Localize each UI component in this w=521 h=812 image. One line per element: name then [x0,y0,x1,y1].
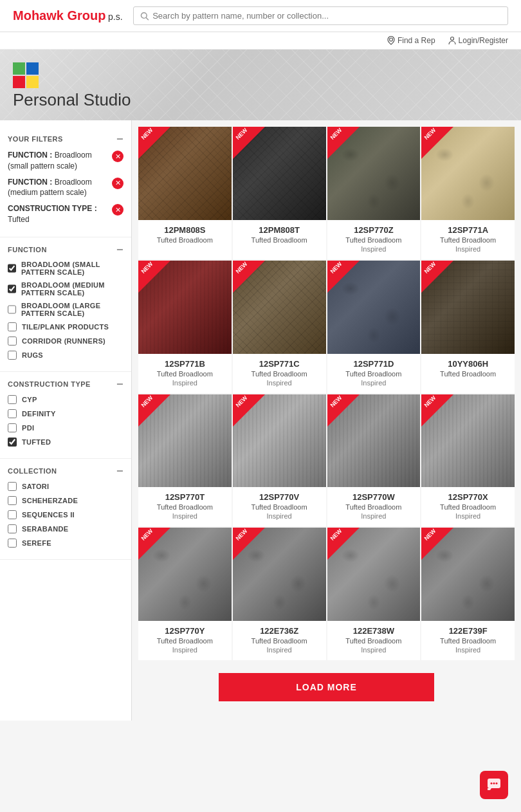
product-card[interactable]: NEW 12SP770V Tufted Broadloom Inspired [233,394,326,527]
product-info: 12SP770Y Tufted Broadloom Inspired [138,621,232,660]
product-code: 12SP770W [331,492,417,502]
product-collection: Inspired [331,245,417,253]
filter-tile-plank[interactable]: TILE/PLANK PRODUCTS [8,322,123,331]
top-nav: Find a Rep Login/Register [0,32,521,50]
remove-filter-function-small[interactable]: ✕ [112,151,123,162]
filter-scheherzade[interactable]: SCHEHERZADE [8,496,123,505]
function-header[interactable]: FUNCTION − [8,244,123,255]
filter-satori[interactable]: SATORI [8,482,123,491]
product-collection: Inspired [142,379,228,387]
find-rep-link[interactable]: Find a Rep [387,36,435,45]
load-more-button[interactable]: LOAD MORE [219,673,434,701]
product-collection: Inspired [331,379,417,387]
product-image-wrapper: NEW [421,127,515,220]
product-card[interactable]: NEW 12SP771C Tufted Broadloom Inspired [233,261,326,393]
product-info: 12SP771D Tufted Broadloom Inspired [327,354,421,393]
product-image-wrapper: NEW [327,394,421,488]
filter-tufted[interactable]: TUFTED [8,438,123,447]
collapse-your-filters-icon[interactable]: − [116,133,123,145]
product-card[interactable]: NEW 12SP770X Tufted Broadloom Inspired [421,394,515,527]
product-card[interactable]: NEW 10YY806H Tufted Broadloom [421,261,515,393]
product-card[interactable]: NEW 122E738W Tufted Broadloom Inspired [327,528,421,660]
logo[interactable]: Mohawk Group p.s. [13,8,123,23]
new-ribbon [233,394,265,427]
page-header: Mohawk Group p.s. [0,0,521,32]
product-image-wrapper: NEW [233,127,326,220]
product-card[interactable]: NEW 12SP770W Tufted Broadloom Inspired [327,394,421,527]
product-image-wrapper: NEW [138,127,232,220]
filter-rugs[interactable]: RUGS [8,351,123,360]
product-card[interactable]: NEW 12SP770T Tufted Broadloom Inspired [138,394,232,527]
new-ribbon [138,127,170,159]
search-bar[interactable] [133,6,508,25]
filter-serefe[interactable]: SEREFE [8,539,123,548]
svg-point-3 [450,37,453,41]
product-card[interactable]: NEW 12PM808S Tufted Broadloom [138,127,232,259]
remove-filter-function-medium[interactable]: ✕ [112,178,123,189]
collapse-collection-icon[interactable]: − [116,465,123,477]
filter-cyp[interactable]: CYP [8,395,123,404]
product-code: 122E736Z [237,626,322,636]
product-type: Tufted Broadloom [331,236,417,244]
product-code: 12SP770Z [331,225,417,235]
product-card[interactable]: NEW 122E739F Tufted Broadloom Inspired [421,528,515,660]
filter-corridor-runners[interactable]: CORRIDOR (RUNNERS) [8,337,123,346]
product-card[interactable]: NEW 12SP770Y Tufted Broadloom Inspired [138,528,232,660]
your-filters-header[interactable]: YOUR FILTERS − [8,133,123,145]
new-ribbon [327,528,360,560]
logo-suffix: p.s. [108,12,123,22]
collection-header[interactable]: COLLECTION − [8,465,123,477]
product-card[interactable]: NEW 12SP771B Tufted Broadloom Inspired [138,261,232,393]
product-code: 12PM808S [142,225,228,235]
filter-serabande[interactable]: SERABANDE [8,524,123,533]
filter-broadloom-large[interactable]: BROADLOOM (LARGE PATTERN SCALE) [8,302,123,317]
active-filter-function-medium: FUNCTION : Broadloom (medium pattern sca… [8,177,123,199]
product-type: Tufted Broadloom [142,370,228,378]
product-code: 12SP770X [425,492,511,502]
product-type: Tufted Broadloom [331,503,417,511]
remove-filter-construction-tufted[interactable]: ✕ [112,204,123,216]
product-collection: Inspired [142,646,228,654]
product-card[interactable]: NEW 12PM808T Tufted Broadloom [233,127,326,259]
filter-broadloom-medium[interactable]: BROADLOOM (MEDIUM PATTERN SCALE) [8,281,123,297]
product-image-wrapper: NEW [327,528,421,621]
location-icon [387,36,395,45]
product-collection: Inspired [425,512,511,520]
product-collection: Inspired [237,512,322,520]
product-card[interactable]: NEW 12SP771D Tufted Broadloom Inspired [327,261,421,393]
main-layout: YOUR FILTERS − FUNCTION : Broadloom (sma… [0,120,521,721]
product-code: 12SP770Y [142,626,228,636]
filter-definity[interactable]: DEFINITY [8,409,123,418]
product-code: 12SP771D [331,359,417,369]
new-ribbon [233,528,265,560]
new-ribbon [327,261,360,293]
collapse-function-icon[interactable]: − [116,244,123,255]
sidebar: YOUR FILTERS − FUNCTION : Broadloom (sma… [0,120,132,721]
product-info: 122E738W Tufted Broadloom Inspired [327,621,421,660]
product-image-wrapper: NEW [233,528,326,621]
product-type: Tufted Broadloom [142,236,228,244]
filter-pdi[interactable]: PDI [8,423,123,432]
product-image-wrapper: NEW [421,394,515,488]
search-input[interactable] [152,11,501,21]
product-collection: Inspired [237,646,322,654]
product-type: Tufted Broadloom [237,637,322,645]
active-filter-construction-tufted: CONSTRUCTION TYPE : Tufted ✕ [8,203,123,225]
filter-broadloom-small[interactable]: BROADLOOM (SMALL PATTERN SCALE) [8,261,123,276]
product-info: 122E739F Tufted Broadloom Inspired [421,621,515,660]
product-image-wrapper: NEW [233,261,326,354]
active-filter-function-small: FUNCTION : Broadloom (small pattern scal… [8,150,123,172]
new-ribbon [327,127,360,159]
collapse-construction-icon[interactable]: − [116,378,123,390]
product-collection: Inspired [142,512,228,520]
filter-sequences-ii[interactable]: SEQUENCES II [8,510,123,519]
construction-type-header[interactable]: CONSTRUCTION TYPE − [8,378,123,390]
product-type: Tufted Broadloom [142,637,228,645]
product-card[interactable]: NEW 122E736Z Tufted Broadloom Inspired [233,528,326,660]
new-ribbon [138,394,170,427]
product-collection: Inspired [425,646,511,654]
login-link[interactable]: Login/Register [448,36,508,45]
product-card[interactable]: NEW 12SP770Z Tufted Broadloom Inspired [327,127,421,259]
product-info: 122E736Z Tufted Broadloom Inspired [233,621,326,660]
product-card[interactable]: NEW 12SP771A Tufted Broadloom Inspired [421,127,515,259]
